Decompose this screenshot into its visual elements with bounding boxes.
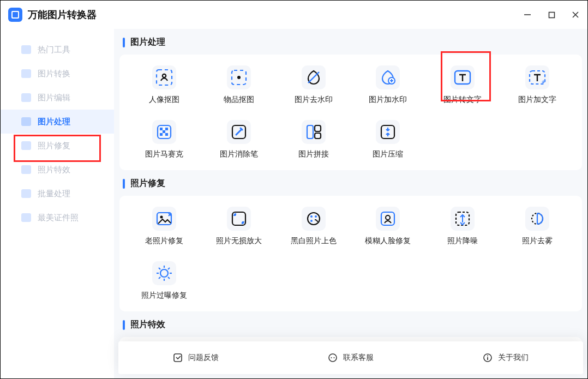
tool-label: 图片压缩 bbox=[373, 149, 403, 159]
tool-label: 黑白照片上色 bbox=[291, 236, 337, 246]
svg-rect-57 bbox=[13, 12, 18, 17]
object-cutout-icon bbox=[227, 65, 251, 89]
footer-bar: 问题反馈 联系客服 关于我们 bbox=[118, 341, 583, 374]
tool-exposure-fix[interactable]: 照片过曝修复 bbox=[127, 260, 202, 300]
app-logo-icon bbox=[8, 8, 22, 22]
add-text-icon bbox=[525, 65, 549, 89]
old-photo-icon bbox=[152, 207, 176, 231]
tool-person-cutout[interactable]: 人像抠图 bbox=[127, 64, 202, 105]
tool-denoise[interactable]: 照片降噪 bbox=[425, 206, 500, 246]
tool-remove-watermark[interactable]: 图片去水印 bbox=[276, 64, 351, 105]
tool-upscale[interactable]: 照片无损放大 bbox=[202, 206, 277, 246]
tool-label: 照片去雾 bbox=[522, 236, 553, 246]
support-icon bbox=[328, 353, 338, 363]
remove-watermark-icon bbox=[302, 65, 326, 89]
sidebar-item-batch[interactable]: 批量处理 bbox=[1, 182, 114, 206]
section-title-image-process: 图片处理 bbox=[123, 37, 582, 48]
sidebar-item-label: 图片转换 bbox=[38, 69, 70, 79]
tool-dehaze[interactable]: 照片去雾 bbox=[500, 206, 574, 246]
section-panel-image-process: 人像抠图 物品抠图 图片去水印 图片加水印 图片转文字 图片加文字 图片马赛克 … bbox=[119, 55, 582, 170]
tool-label: 图片加水印 bbox=[369, 95, 407, 105]
sidebar-icon bbox=[21, 165, 31, 174]
tool-label: 图片马赛克 bbox=[145, 149, 183, 159]
tool-image-to-text[interactable]: 图片转文字 bbox=[425, 64, 500, 105]
sidebar-icon bbox=[21, 93, 31, 102]
svg-rect-59 bbox=[549, 12, 554, 17]
image-to-text-icon bbox=[451, 65, 475, 89]
tool-colorize[interactable]: 黑白照片上色 bbox=[276, 206, 351, 246]
tool-label: 照片无损放大 bbox=[216, 236, 262, 246]
sidebar-item-label: 照片特效 bbox=[38, 165, 70, 175]
exposure-icon bbox=[152, 261, 176, 285]
tool-label: 模糊人脸修复 bbox=[365, 236, 411, 246]
section-title-photo-repair: 照片修复 bbox=[123, 178, 582, 189]
footer-label: 问题反馈 bbox=[188, 353, 219, 363]
tool-label: 图片拼接 bbox=[298, 149, 329, 159]
collage-icon bbox=[302, 120, 326, 144]
tool-label: 图片加文字 bbox=[518, 95, 556, 105]
tool-face-fix[interactable]: 模糊人脸修复 bbox=[351, 206, 425, 246]
tool-label: 图片转文字 bbox=[443, 95, 482, 105]
denoise-icon bbox=[451, 207, 475, 231]
sidebar-icon bbox=[21, 189, 31, 198]
tool-add-watermark[interactable]: 图片加水印 bbox=[351, 64, 425, 105]
sidebar-icon bbox=[21, 117, 31, 126]
face-fix-icon bbox=[376, 207, 400, 231]
maximize-button[interactable] bbox=[547, 10, 556, 19]
sidebar-item-effects[interactable]: 照片特效 bbox=[1, 158, 114, 182]
title-bar: 万能图片转换器 bbox=[1, 1, 587, 29]
sidebar: 热门工具 图片转换 图片编辑 图片处理 照片修复 照片特效 批量处理 最美证件照 bbox=[1, 29, 114, 379]
sidebar-item-id-photo[interactable]: 最美证件照 bbox=[1, 206, 114, 230]
sidebar-item-label: 照片修复 bbox=[38, 141, 70, 151]
app-title: 万能图片转换器 bbox=[28, 8, 97, 21]
tool-compress[interactable]: 图片压缩 bbox=[351, 119, 425, 159]
tool-collage[interactable]: 图片拼接 bbox=[276, 119, 351, 159]
sidebar-item-repair[interactable]: 照片修复 bbox=[1, 134, 114, 158]
tool-label: 老照片修复 bbox=[145, 236, 183, 246]
about-icon bbox=[483, 353, 493, 363]
tool-label: 图片去水印 bbox=[295, 95, 333, 105]
section-panel-photo-repair: 老照片修复 照片无损放大 黑白照片上色 模糊人脸修复 照片降噪 照片去雾 照片过… bbox=[119, 196, 582, 311]
tool-label: 图片消除笔 bbox=[220, 149, 258, 159]
tool-add-text[interactable]: 图片加文字 bbox=[500, 64, 574, 105]
tool-label: 物品抠图 bbox=[224, 95, 254, 105]
sidebar-item-convert[interactable]: 图片转换 bbox=[1, 62, 114, 86]
sidebar-item-label: 图片处理 bbox=[38, 117, 70, 127]
tool-object-cutout[interactable]: 物品抠图 bbox=[202, 64, 277, 105]
compress-icon bbox=[376, 120, 400, 144]
add-watermark-icon bbox=[376, 65, 400, 89]
person-cutout-icon bbox=[152, 65, 176, 89]
footer-feedback[interactable]: 问题反馈 bbox=[173, 353, 219, 363]
sidebar-icon bbox=[21, 141, 31, 150]
footer-label: 联系客服 bbox=[343, 353, 374, 363]
sidebar-icon bbox=[21, 69, 31, 78]
footer-label: 关于我们 bbox=[498, 353, 529, 363]
main-content: 图片处理 人像抠图 物品抠图 图片去水印 图片加水印 图片转文字 图片加文字 图… bbox=[114, 29, 587, 379]
sidebar-item-hot-tools[interactable]: 热门工具 bbox=[1, 38, 114, 62]
colorize-icon bbox=[302, 207, 326, 231]
minimize-button[interactable] bbox=[523, 10, 532, 19]
feedback-icon bbox=[173, 353, 183, 363]
tool-mosaic[interactable]: 图片马赛克 bbox=[127, 119, 202, 159]
upscale-icon bbox=[227, 207, 251, 231]
footer-about[interactable]: 关于我们 bbox=[483, 353, 529, 363]
sidebar-item-label: 热门工具 bbox=[38, 45, 70, 55]
sidebar-icon bbox=[21, 45, 31, 54]
tool-label: 照片过曝修复 bbox=[141, 291, 187, 300]
sidebar-item-label: 批量处理 bbox=[38, 189, 70, 199]
tool-old-photo-repair[interactable]: 老照片修复 bbox=[127, 206, 202, 246]
eraser-icon bbox=[227, 120, 251, 144]
dehaze-icon bbox=[525, 207, 549, 231]
section-title-photo-effects: 照片特效 bbox=[123, 319, 582, 330]
sidebar-item-process[interactable]: 图片处理 bbox=[1, 110, 114, 134]
close-button[interactable] bbox=[571, 10, 580, 19]
tool-eraser[interactable]: 图片消除笔 bbox=[202, 119, 277, 159]
mosaic-icon bbox=[152, 120, 176, 144]
tool-label: 人像抠图 bbox=[149, 95, 179, 105]
tool-label: 照片降噪 bbox=[447, 236, 478, 246]
sidebar-icon bbox=[21, 213, 31, 222]
sidebar-item-edit[interactable]: 图片编辑 bbox=[1, 86, 114, 110]
footer-support[interactable]: 联系客服 bbox=[328, 353, 374, 363]
sidebar-item-label: 图片编辑 bbox=[38, 93, 70, 103]
sidebar-item-label: 最美证件照 bbox=[38, 213, 79, 223]
